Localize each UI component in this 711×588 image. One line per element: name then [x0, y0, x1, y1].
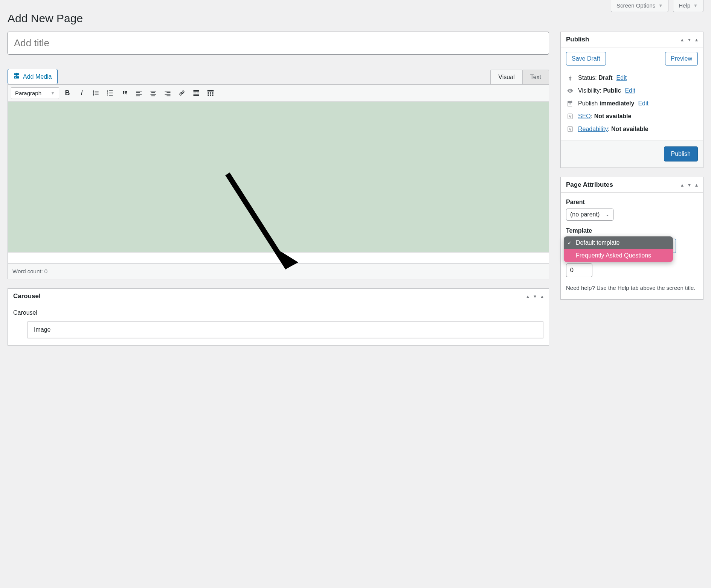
- move-down-icon[interactable]: ▾: [688, 37, 691, 43]
- svg-rect-7: [109, 90, 113, 91]
- publish-button[interactable]: Publish: [664, 146, 698, 161]
- link-icon[interactable]: [176, 87, 188, 99]
- edit-visibility-link[interactable]: Edit: [625, 87, 635, 94]
- template-dropdown: ✓ Default template Frequently Asked Ques…: [564, 236, 673, 262]
- svg-rect-27: [197, 93, 199, 93]
- svg-point-2: [93, 92, 94, 93]
- visibility-text: Visibility: Public: [578, 87, 621, 94]
- help-tab[interactable]: Help ▼: [673, 0, 703, 12]
- svg-rect-21: [166, 92, 170, 93]
- title-input[interactable]: [8, 32, 549, 55]
- svg-rect-9: [109, 93, 113, 93]
- chevron-down-icon: ▼: [50, 90, 55, 96]
- order-input[interactable]: [566, 264, 592, 277]
- parent-select[interactable]: (no parent) ⌄: [566, 209, 613, 221]
- edit-status-link[interactable]: Edit: [616, 75, 627, 81]
- collapse-icon[interactable]: ▴: [695, 37, 698, 43]
- svg-rect-20: [165, 91, 170, 91]
- svg-rect-16: [150, 91, 156, 91]
- publish-postbox: Publish ▴ ▾ ▴ Save Draft Preview: [560, 32, 703, 168]
- move-up-icon[interactable]: ▴: [681, 182, 684, 188]
- format-select[interactable]: Paragraph ▼: [11, 87, 59, 99]
- calendar-icon: [566, 100, 574, 107]
- svg-rect-1: [95, 91, 99, 91]
- check-icon: ✓: [568, 240, 572, 246]
- add-media-button[interactable]: Add Media: [8, 69, 58, 84]
- status-text: Status: Draft: [578, 75, 613, 81]
- move-up-icon[interactable]: ▴: [681, 37, 684, 43]
- svg-rect-5: [95, 94, 99, 95]
- carousel-postbox: Carousel ▴ ▾ ▴ Carousel Image: [8, 288, 549, 346]
- align-left-icon[interactable]: [133, 87, 145, 99]
- svg-rect-15: [136, 96, 140, 96]
- carousel-title: Carousel: [13, 292, 41, 300]
- svg-rect-24: [193, 90, 199, 91]
- toolbar-toggle-icon[interactable]: [204, 87, 217, 99]
- media-icon: [13, 72, 20, 81]
- page-attributes-title: Page Attributes: [566, 181, 613, 189]
- template-option-faq-label: Frequently Asked Questions: [576, 252, 651, 259]
- chevron-down-icon: ▼: [658, 3, 663, 8]
- format-select-value: Paragraph: [15, 90, 41, 96]
- edit-date-link[interactable]: Edit: [638, 100, 648, 107]
- template-option-default-label: Default template: [576, 239, 620, 246]
- tab-visual[interactable]: Visual: [490, 70, 522, 84]
- seo-link[interactable]: SEO: [578, 113, 591, 119]
- editor-toolbar: Paragraph ▼ B I 123: [8, 85, 549, 102]
- svg-rect-34: [208, 94, 209, 96]
- svg-rect-13: [136, 92, 140, 93]
- svg-rect-22: [165, 94, 170, 95]
- svg-rect-32: [210, 92, 211, 93]
- bullet-list-icon[interactable]: [90, 87, 102, 99]
- svg-text:3: 3: [107, 94, 108, 96]
- collapse-icon[interactable]: ▴: [695, 182, 698, 188]
- svg-rect-31: [208, 92, 209, 93]
- collapse-icon[interactable]: ▴: [541, 293, 543, 299]
- svg-rect-12: [136, 91, 142, 91]
- align-right-icon[interactable]: [162, 87, 174, 99]
- template-option-default[interactable]: ✓ Default template: [564, 236, 673, 249]
- italic-icon[interactable]: I: [76, 87, 88, 99]
- page-title: Add New Page: [8, 12, 703, 25]
- screen-options-label: Screen Options: [616, 2, 655, 9]
- carousel-table: Image: [27, 321, 543, 338]
- template-label: Template: [566, 227, 698, 234]
- pin-icon: [566, 75, 574, 81]
- editor-canvas[interactable]: [8, 102, 549, 252]
- seo-icon: [566, 113, 574, 120]
- numbered-list-icon[interactable]: 123: [104, 87, 116, 99]
- svg-point-0: [93, 90, 94, 91]
- help-label: Help: [679, 2, 690, 9]
- publish-date-text: Publish immediately: [578, 100, 634, 107]
- bold-icon[interactable]: B: [61, 87, 73, 99]
- read-more-icon[interactable]: [190, 87, 202, 99]
- parent-label: Parent: [566, 199, 698, 206]
- svg-rect-26: [193, 93, 196, 93]
- align-center-icon[interactable]: [147, 87, 159, 99]
- svg-rect-29: [193, 95, 199, 96]
- svg-rect-17: [151, 92, 155, 93]
- move-down-icon[interactable]: ▾: [688, 182, 691, 188]
- chevron-down-icon: ⌄: [606, 212, 609, 217]
- publish-box-title: Publish: [566, 36, 589, 43]
- blockquote-icon[interactable]: [119, 87, 131, 99]
- svg-rect-25: [193, 91, 199, 92]
- visibility-icon: [566, 87, 574, 94]
- svg-rect-23: [166, 96, 170, 96]
- page-attributes-postbox: Page Attributes ▴ ▾ ▴ Parent (no parent)…: [560, 177, 703, 300]
- carousel-subtitle: Carousel: [13, 309, 543, 316]
- preview-button[interactable]: Preview: [665, 52, 698, 66]
- seo-text: SEO: Not available: [578, 113, 631, 120]
- svg-rect-28: [193, 94, 199, 95]
- svg-rect-14: [136, 94, 142, 95]
- template-option-faq[interactable]: Frequently Asked Questions: [564, 249, 673, 262]
- svg-rect-19: [151, 96, 155, 96]
- editor-footer-path: [8, 252, 549, 263]
- save-draft-button[interactable]: Save Draft: [566, 52, 606, 66]
- tab-text[interactable]: Text: [522, 70, 549, 84]
- move-up-icon[interactable]: ▴: [526, 293, 529, 299]
- screen-options-tab[interactable]: Screen Options ▼: [611, 0, 668, 12]
- readability-text: Readability: Not available: [578, 126, 648, 133]
- move-down-icon[interactable]: ▾: [534, 293, 536, 299]
- readability-link[interactable]: Readability: [578, 126, 608, 132]
